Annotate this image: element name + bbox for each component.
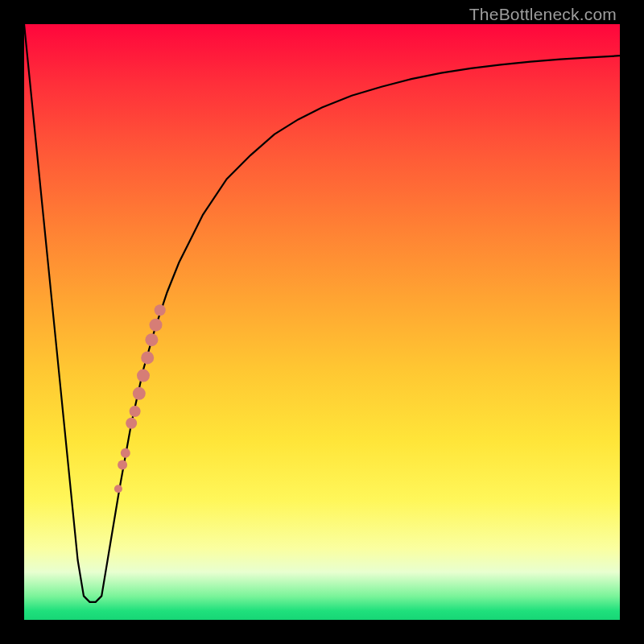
- watermark-text: TheBottleneck.com: [469, 5, 617, 24]
- highlight-marker: [141, 351, 154, 364]
- highlight-marker: [130, 406, 141, 417]
- marker-group: [114, 304, 166, 493]
- highlight-marker: [133, 387, 146, 400]
- plot-area: [24, 24, 620, 620]
- chart-frame: TheBottleneck.com: [0, 0, 644, 644]
- bottleneck-curve: [24, 24, 620, 602]
- highlight-marker: [150, 319, 163, 332]
- highlight-marker: [137, 369, 150, 382]
- highlight-marker: [126, 418, 137, 429]
- chart-svg: [24, 24, 620, 620]
- highlight-marker: [155, 304, 166, 316]
- highlight-marker: [145, 333, 158, 346]
- highlight-marker: [121, 448, 130, 458]
- highlight-marker: [118, 460, 127, 470]
- highlight-marker: [114, 485, 122, 493]
